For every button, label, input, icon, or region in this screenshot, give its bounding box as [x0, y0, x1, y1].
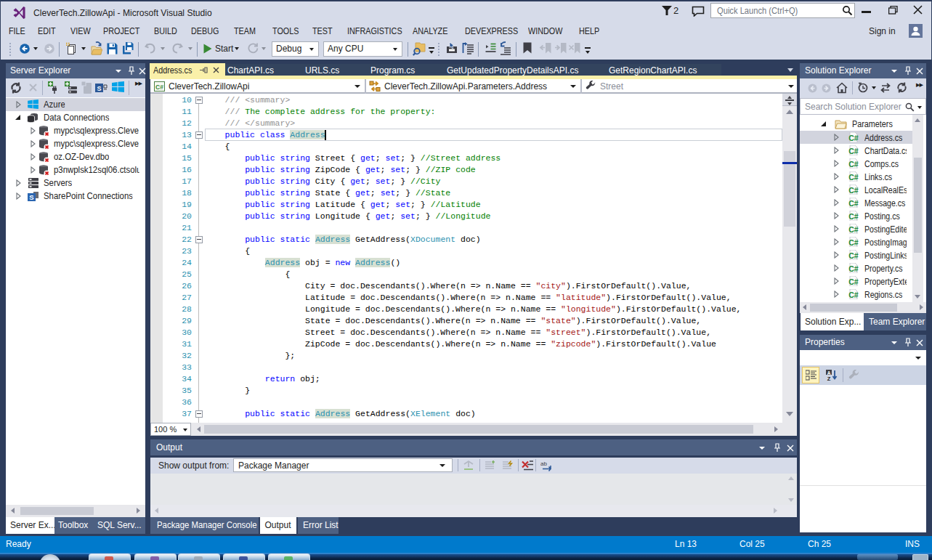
svg-text:S: S: [29, 193, 33, 201]
svg-text:C#: C#: [848, 212, 859, 221]
svg-text:C#: C#: [848, 251, 859, 260]
svg-text:ab: ab: [540, 460, 547, 467]
svg-text:C#: C#: [848, 225, 859, 234]
svg-text:C#: C#: [848, 199, 859, 208]
svg-text:C#: C#: [155, 84, 163, 91]
svg-text:S: S: [97, 85, 101, 92]
svg-text:Z: Z: [827, 376, 831, 381]
svg-text:A: A: [827, 370, 831, 376]
svg-text:C#: C#: [848, 160, 859, 169]
svg-text:C#: C#: [848, 173, 859, 182]
svg-text:C#: C#: [848, 238, 859, 247]
svg-text:C#: C#: [848, 291, 859, 299]
svg-text:C#: C#: [848, 186, 859, 195]
svg-text:C#: C#: [848, 264, 859, 273]
svg-text:C#: C#: [848, 134, 859, 142]
svg-text:C#: C#: [848, 147, 859, 155]
svg-text:C#: C#: [848, 277, 859, 286]
